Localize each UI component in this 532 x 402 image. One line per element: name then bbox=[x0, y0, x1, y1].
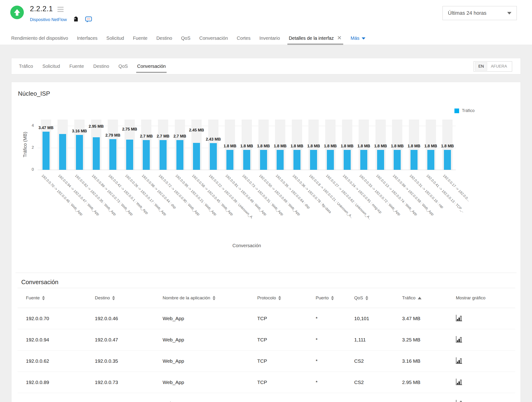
show-graph-icon[interactable] bbox=[456, 400, 462, 402]
tab-qos[interactable]: QoS bbox=[181, 33, 190, 45]
legend-item-trafico[interactable]: Tráfico bbox=[454, 108, 475, 113]
cell-puerto: * bbox=[307, 393, 346, 402]
chart-bar[interactable] bbox=[126, 140, 133, 170]
chart-bar[interactable] bbox=[360, 150, 367, 170]
chart-bar[interactable] bbox=[193, 143, 200, 170]
chart-bar[interactable] bbox=[277, 150, 284, 170]
chart-bar[interactable] bbox=[143, 140, 150, 170]
cell-aplicacion: Web_App bbox=[154, 329, 249, 350]
chart-bar[interactable] bbox=[427, 150, 434, 170]
column-header-aplicacion[interactable]: Nombre de la aplicación bbox=[154, 288, 249, 308]
chart-bar-value-label: 2.45 MB bbox=[189, 128, 204, 133]
column-header-protocolo[interactable]: Protocolo bbox=[249, 288, 307, 308]
sort-icon[interactable] bbox=[365, 296, 368, 300]
chart-bar[interactable] bbox=[76, 135, 83, 170]
chart-bar[interactable] bbox=[93, 137, 100, 170]
column-header-destino[interactable]: Destino bbox=[86, 288, 154, 308]
chart-bar-value-label: 1.8 MB bbox=[224, 144, 236, 149]
chart-bar[interactable] bbox=[377, 150, 384, 170]
menu-icon[interactable] bbox=[57, 6, 63, 12]
chart-bar[interactable] bbox=[176, 140, 184, 170]
tab-interfaces[interactable]: Interfaces bbox=[77, 33, 97, 45]
column-header-fuente[interactable]: Fuente bbox=[18, 288, 86, 308]
x-axis-title: Conversación bbox=[233, 243, 261, 248]
cell-trafico: 3.47 MB bbox=[394, 308, 447, 329]
show-graph-icon[interactable] bbox=[456, 357, 462, 365]
tab-rendimiento-del-dispositivo[interactable]: Rendimiento del dispositivo bbox=[11, 33, 68, 45]
chart-x-axis-label: 192.0.0.31 -> 192.0.0.16 : rap bbox=[409, 174, 444, 209]
cell-protocolo: TCP bbox=[249, 372, 307, 393]
tab-solicitud[interactable]: Solicitud bbox=[106, 33, 124, 45]
subtab-fuente[interactable]: Fuente bbox=[70, 64, 84, 69]
chart-bar[interactable] bbox=[310, 150, 317, 170]
chart-bar-value-label: 1.8 MB bbox=[341, 144, 354, 149]
subtab-qos[interactable]: QoS bbox=[119, 64, 128, 69]
column-header-qos[interactable]: QoS bbox=[346, 288, 394, 308]
show-graph-icon[interactable] bbox=[456, 336, 462, 344]
tab-conversacion[interactable]: Conversación bbox=[199, 33, 228, 45]
subtab-destino[interactable]: Destino bbox=[93, 64, 109, 69]
sort-icon[interactable] bbox=[42, 296, 45, 300]
sort-icon[interactable] bbox=[278, 296, 281, 300]
column-header-trafico[interactable]: Tráfico bbox=[394, 288, 447, 308]
tab-destino[interactable]: Destino bbox=[156, 33, 172, 45]
tag-icon[interactable] bbox=[73, 17, 79, 23]
y-tick-0: 0 bbox=[24, 167, 34, 172]
show-graph-icon[interactable] bbox=[456, 315, 462, 323]
toggle-in-button[interactable]: EN bbox=[475, 62, 487, 71]
comment-icon[interactable] bbox=[85, 16, 92, 23]
cell-qos: CS2 bbox=[346, 350, 394, 372]
section-divider bbox=[15, 273, 517, 273]
close-tab-icon[interactable]: ✕ bbox=[337, 36, 342, 40]
sort-icon[interactable] bbox=[213, 296, 215, 300]
chart-bar-value-label: 2.7 MB bbox=[157, 134, 170, 139]
chart-bar-value-label: 1.8 MB bbox=[408, 144, 421, 149]
column-header-puerto[interactable]: Puerto bbox=[307, 288, 346, 308]
chart-bar[interactable] bbox=[411, 150, 418, 170]
tab-fuente[interactable]: Fuente bbox=[133, 33, 147, 45]
traffic-chart: Núcleo_ISP Tráfico Tráfico (MB) Conversa… bbox=[12, 82, 520, 273]
time-range-value: Últimas 24 horas bbox=[448, 10, 487, 16]
device-title: 2.2.2.1 bbox=[30, 5, 53, 13]
chart-bar[interactable] bbox=[344, 150, 351, 170]
chart-bar[interactable] bbox=[394, 150, 401, 170]
chart-bar-value-label: 2.79 MB bbox=[105, 133, 120, 138]
chart-bar[interactable] bbox=[109, 139, 116, 170]
chart-bar[interactable] bbox=[243, 150, 250, 170]
chart-bar[interactable] bbox=[260, 150, 267, 170]
tab-more[interactable]: Más bbox=[351, 33, 366, 41]
table-row: 192.0.0.89 192.0.0.73 Web_App TCP * CS2 … bbox=[18, 372, 515, 393]
chart-bar-value-label: 2.7 MB bbox=[173, 134, 186, 139]
legend-swatch bbox=[454, 109, 459, 113]
chart-bar-value-label: 1.8 MB bbox=[441, 144, 454, 149]
device-type-link[interactable]: Dispositivo NetFlow bbox=[30, 17, 67, 22]
tab-inventario[interactable]: Inventario bbox=[259, 33, 280, 45]
subtab-conversacion[interactable]: Conversación bbox=[137, 64, 166, 69]
tab-cortes[interactable]: Cortes bbox=[237, 33, 250, 45]
time-range-select[interactable]: Últimas 24 horas bbox=[443, 6, 517, 20]
cell-destino: 192.0.0.1 bbox=[86, 393, 154, 402]
chart-bar[interactable] bbox=[444, 150, 451, 170]
chevron-down-icon bbox=[362, 37, 365, 39]
toggle-out-button[interactable]: AFUERA bbox=[487, 62, 511, 70]
active-tab-label: Detalles de la interfaz bbox=[289, 36, 334, 41]
sort-icon[interactable] bbox=[112, 296, 115, 300]
cell-trafico: 2.95 MB bbox=[394, 372, 447, 393]
chart-bar[interactable] bbox=[59, 134, 66, 170]
subtab-trafico[interactable]: Tráfico bbox=[19, 64, 33, 69]
chart-bar[interactable] bbox=[293, 150, 300, 170]
chart-bar[interactable] bbox=[327, 150, 334, 170]
sort-asc-icon[interactable] bbox=[418, 297, 422, 299]
chart-bar[interactable] bbox=[43, 132, 50, 170]
cell-fuente: 192.0.0.94 bbox=[18, 329, 86, 350]
subtab-solicitud[interactable]: Solicitud bbox=[42, 64, 60, 69]
chart-bar[interactable] bbox=[210, 143, 217, 170]
chart-bar[interactable] bbox=[160, 140, 167, 170]
cell-qos: CS2 bbox=[346, 372, 394, 393]
show-graph-icon[interactable] bbox=[456, 378, 462, 386]
chart-bar-value-label: 2.7 MB bbox=[140, 134, 153, 139]
tab-detalles-de-la-interfaz[interactable]: Detalles de la interfaz ✕ bbox=[289, 33, 342, 45]
sort-icon[interactable] bbox=[331, 296, 334, 300]
cell-protocolo: TCP bbox=[249, 350, 307, 372]
chart-bar[interactable] bbox=[226, 150, 233, 170]
